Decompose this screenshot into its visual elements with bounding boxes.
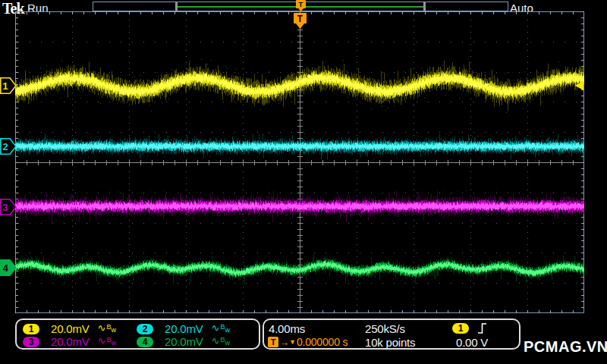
ac-coupling-bandwidth-icon: ∿Bw [212,335,230,348]
trigger-position-value: 0.000000 s [297,336,348,348]
svg-text:4: 4 [2,262,8,274]
horizontal-trigger-readout-box: 4.00ms 250kS/s 1 T → ▼ 0.000000 s 10k po… [263,318,521,350]
trigger-position-bar-marker-icon[interactable]: T [295,0,307,12]
trigger-slope-rising-icon [476,322,488,335]
pcmag-watermark: PCMAG.VN [524,338,607,356]
arrow-right-icon: → [279,337,289,348]
channel-1-readout[interactable]: 1 20.0mV ∿Bw [23,323,116,334]
trigger-position-flag-icon[interactable]: T [293,12,308,35]
ac-coupling-bandwidth-icon: ∿Bw [98,335,116,348]
channel-2-scale: 20.0mV [165,322,203,335]
trigger-position-readout[interactable]: T → ▼ 0.000000 s [268,336,348,348]
channel-1-position-marker[interactable]: 1 [0,77,17,94]
ac-coupling-bandwidth-icon: ∿Bw [212,322,230,335]
trigger-level-arrow-icon[interactable] [574,80,584,91]
oscilloscope-screen: Tek Run Auto T T 1 2 3 4 [0,0,607,364]
channel-readout-box: 1 20.0mV ∿Bw 2 20.0mV ∿Bw 3 20.0mV ∿Bw 4… [15,318,260,350]
record-window-right-bracket [423,2,426,11]
channel-3-scale: 20.0mV [51,335,90,348]
flag-down-icon: ▼ [289,338,296,346]
trigger-source-badge[interactable]: 1 [452,323,469,334]
channel-1-badge: 1 [23,324,39,334]
trigger-t-label: T [299,1,304,8]
channel-3-position-marker[interactable]: 3 [0,199,17,215]
channel-4-scale: 20.0mV [165,335,203,348]
channel-2-readout[interactable]: 2 20.0mV ∿Bw [137,323,230,334]
channel-4-badge: 4 [137,337,153,347]
record-length-readout: 10k points [365,336,415,349]
ac-coupling-bandwidth-icon: ∿Bw [98,322,116,335]
channel-1-scale: 20.0mV [51,322,90,335]
channel-3-readout[interactable]: 3 20.0mV ∿Bw [23,336,116,347]
sample-rate-readout: 250kS/s [365,322,405,335]
trigger-t-label: T [297,14,304,24]
channel-4-position-marker[interactable]: 4 [0,259,17,276]
svg-text:3: 3 [2,202,8,213]
svg-text:2: 2 [2,141,8,152]
waveform-display [15,11,584,313]
trigger-level-readout[interactable]: 0.00 V [456,336,488,349]
timebase-readout[interactable]: 4.00ms [269,322,305,335]
svg-text:1: 1 [2,80,8,92]
trigger-t-icon: T [268,337,278,347]
channel-4-readout[interactable]: 4 20.0mV ∿Bw [137,336,230,347]
channel-3-badge: 3 [23,337,39,347]
channel-2-position-marker[interactable]: 2 [0,138,17,155]
channel-2-badge: 2 [137,324,153,334]
